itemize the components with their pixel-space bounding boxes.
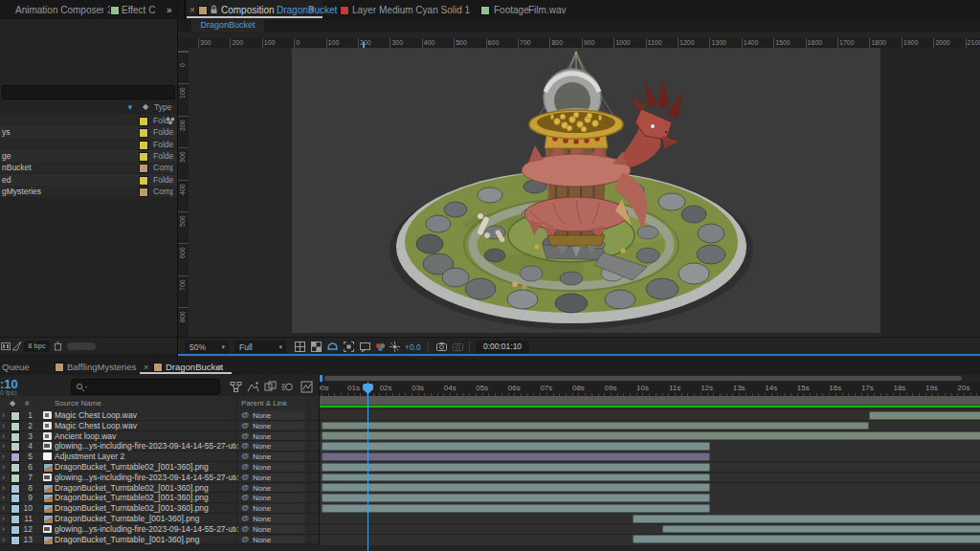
timeline-layer-row[interactable]: ›9DragonBucket_Turntable02_[001-360].png… — [0, 493, 319, 503]
pick-whip-icon[interactable]: @ — [241, 503, 249, 513]
tab-bafflingmysteries[interactable]: BafflingMysteries — [67, 362, 136, 372]
expand-arrow-icon[interactable]: › — [2, 503, 5, 513]
layer-duration-bar[interactable] — [662, 525, 980, 534]
parent-dropdown[interactable]: None▾ — [253, 432, 304, 441]
number-column-header[interactable]: # — [25, 399, 29, 408]
parent-dropdown[interactable]: None▾ — [253, 442, 304, 451]
panel-menu-icon[interactable]: ≡ — [217, 362, 223, 372]
parent-dropdown[interactable]: None▾ — [253, 422, 304, 430]
work-area-bar[interactable] — [319, 396, 980, 405]
tab-composition[interactable]: × Composition DragonBucket ≡ — [187, 0, 323, 19]
panel-menu-icon[interactable]: ≡ — [309, 4, 315, 14]
timeline-layer-row[interactable]: ›2Magic Chest Loop.wav@None▾ — [0, 421, 319, 431]
tab-dragonbucket-timeline[interactable]: DragonBucket — [166, 362, 223, 372]
lock-icon[interactable] — [210, 5, 218, 14]
expand-arrow-icon[interactable]: › — [2, 410, 5, 420]
parent-dropdown[interactable]: None▾ — [253, 484, 304, 493]
project-row[interactable]: ysFolder — [0, 126, 177, 138]
project-row[interactable]: gMysteriesComposition — [0, 186, 177, 197]
expand-arrow-icon[interactable]: › — [2, 493, 5, 502]
layer-duration-bar[interactable] — [322, 504, 710, 513]
pick-whip-icon[interactable]: @ — [241, 410, 249, 420]
project-row[interactable]: geFolder — [0, 150, 177, 162]
pick-whip-icon[interactable]: @ — [241, 441, 249, 451]
tab-overflow-chevron-icon[interactable]: » — [167, 5, 172, 15]
item-color-swatch[interactable] — [139, 176, 148, 186]
expand-arrow-icon[interactable]: › — [2, 524, 5, 534]
horizontal-scrollbar[interactable] — [67, 342, 96, 350]
resolution-select[interactable]: Full ▾ — [234, 341, 286, 353]
magnification-select[interactable]: 50% ▾ — [185, 341, 229, 353]
time-navigator-thumb[interactable] — [324, 376, 962, 381]
graph-editor-icon[interactable] — [301, 381, 313, 393]
expand-arrow-icon[interactable]: › — [2, 473, 5, 482]
transparency-grid-icon[interactable] — [310, 341, 323, 353]
parent-dropdown[interactable]: None▾ — [253, 494, 304, 502]
layer-duration-bar[interactable] — [322, 483, 710, 492]
project-row[interactable]: Folder — [0, 115, 177, 126]
tab-render-queue[interactable]: Queue — [2, 362, 30, 372]
proxy-icon[interactable] — [12, 342, 22, 351]
layer-duration-bar[interactable] — [633, 515, 980, 523]
exposure-icon[interactable] — [389, 341, 401, 353]
item-color-swatch[interactable] — [139, 152, 148, 162]
parent-dropdown[interactable]: None▾ — [253, 411, 304, 420]
layer-duration-bar[interactable] — [322, 494, 710, 502]
time-navigator-track[interactable] — [319, 375, 980, 382]
layer-duration-bar[interactable] — [322, 442, 710, 451]
parent-dropdown[interactable]: None▾ — [253, 515, 304, 523]
item-color-swatch[interactable] — [139, 141, 148, 150]
timeline-layer-row[interactable]: ›5Adjustment Layer 2@None▾ — [0, 452, 319, 462]
layer-duration-bar[interactable] — [322, 431, 980, 440]
timeline-layer-row[interactable]: ›3Ancient loop.wav@None▾ — [0, 431, 319, 442]
expand-arrow-icon[interactable]: › — [2, 535, 5, 544]
project-row[interactable]: edFolder — [0, 174, 177, 186]
time-ruler[interactable]: :00s01s02s03s04s05s06s07s08s09s10s11s12s… — [319, 382, 980, 397]
layer-duration-bar[interactable] — [633, 535, 980, 543]
timeline-search-input[interactable] — [71, 379, 220, 395]
expand-arrow-icon[interactable]: › — [2, 431, 5, 441]
layer-duration-bar[interactable] — [869, 411, 980, 420]
expand-arrow-icon[interactable]: › — [2, 462, 5, 472]
timeline-layer-row[interactable]: ›8DragonBucket_Turntable02_[001-360].png… — [0, 483, 319, 494]
item-color-swatch[interactable] — [139, 164, 148, 173]
choose-grid-icon[interactable] — [294, 341, 306, 353]
snapshot-view-icon[interactable] — [359, 341, 371, 353]
tab-effect-controls[interactable]: Effect C — [122, 5, 156, 15]
parent-link-column-header[interactable]: Parent & Link — [241, 399, 287, 408]
parent-dropdown[interactable]: None▾ — [253, 452, 304, 461]
show-channel-icon[interactable] — [376, 343, 382, 349]
frame-blending-icon[interactable] — [264, 381, 277, 393]
draft-3d-icon[interactable] — [247, 381, 259, 393]
source-name-column-header[interactable]: Source Name — [55, 399, 101, 408]
timeline-layer-row[interactable]: ›6DragonBucket_Turntable02_[001-360].png… — [0, 462, 319, 473]
layer-duration-bar[interactable] — [322, 474, 710, 482]
pick-whip-icon[interactable]: @ — [241, 483, 249, 493]
project-search-input[interactable] — [2, 85, 175, 99]
project-row[interactable]: Folder — [0, 139, 177, 150]
timeline-layer-row[interactable]: ›12glowing...ys-including-fire-2023-09-1… — [0, 524, 319, 535]
close-icon[interactable]: × — [189, 5, 195, 15]
trash-icon[interactable] — [54, 342, 62, 351]
tab-layer[interactable]: Layer Medium Cyan Solid 1 — [335, 0, 459, 19]
mask-visibility-icon[interactable] — [326, 341, 339, 353]
bit-depth-button[interactable]: 8 bpc — [24, 341, 50, 352]
pick-whip-icon[interactable]: @ — [241, 535, 249, 544]
comp-timecode-field[interactable]: 0:00:01:10 — [476, 341, 529, 353]
tag-icon[interactable]: ◆ — [10, 399, 15, 408]
item-color-swatch[interactable] — [139, 128, 148, 138]
item-color-swatch[interactable] — [139, 117, 148, 126]
type-column-header[interactable]: Type — [154, 102, 171, 112]
motion-blur-icon[interactable] — [281, 381, 294, 393]
close-icon[interactable]: × — [144, 362, 149, 372]
timeline-layer-row[interactable]: ›10DragonBucket_Turntable02_[001-360].pn… — [0, 503, 319, 514]
take-snapshot-icon[interactable] — [435, 341, 448, 353]
expand-arrow-icon[interactable]: › — [2, 421, 5, 430]
playhead-line[interactable] — [368, 382, 368, 551]
layer-duration-bar[interactable] — [322, 422, 869, 430]
timeline-layer-row[interactable]: ›11DragonBucket_Turntable_[001-360].png@… — [0, 514, 319, 524]
layer-duration-bar[interactable] — [322, 452, 710, 461]
parent-dropdown[interactable]: None▾ — [253, 474, 304, 482]
pick-whip-icon[interactable]: @ — [241, 462, 249, 472]
parent-dropdown[interactable]: None▾ — [253, 504, 304, 513]
